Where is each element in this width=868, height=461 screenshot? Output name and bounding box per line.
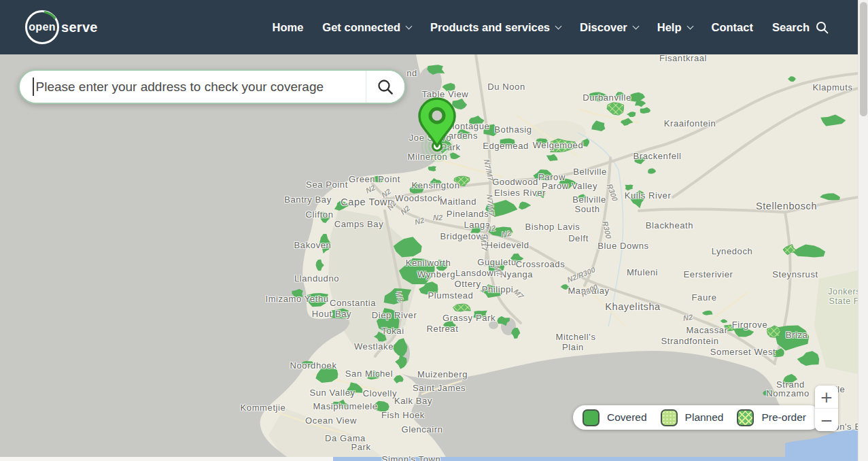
- text-caret: [33, 78, 34, 96]
- legend-swatch-covered-icon: [583, 409, 600, 426]
- legend-item-pre-order: Pre-order: [737, 409, 805, 426]
- logo-text-open: open: [24, 10, 60, 45]
- nav-search-button[interactable]: Search: [772, 21, 829, 34]
- nav-item-label: Discover: [580, 21, 627, 34]
- search-placeholder-text: Please enter your address to check your …: [36, 80, 324, 95]
- openserve-coverage-page: open serve HomeGet connectedProducts and…: [0, 0, 868, 461]
- legend-item-covered: Covered: [583, 409, 647, 426]
- legend-label: Pre-order: [761, 411, 805, 424]
- openserve-logo-circle-icon: open: [24, 10, 60, 45]
- tile-edge-strip: [0, 457, 333, 461]
- map-zoom-control: + −: [815, 386, 838, 431]
- nav-item-contact[interactable]: Contact: [712, 21, 753, 34]
- nav-item-get-connected[interactable]: Get connected: [322, 21, 411, 34]
- top-navbar: open serve HomeGet connectedProducts and…: [0, 0, 868, 54]
- nav-search-label: Search: [772, 21, 810, 34]
- coverage-area-covered: [500, 139, 515, 147]
- legend-swatch-planned-icon: [661, 409, 678, 426]
- page-scrollbar[interactable]: [858, 0, 868, 461]
- legend-item-planned: Planned: [661, 409, 724, 426]
- nav-item-label: Get connected: [322, 21, 400, 34]
- nav-item-label: Contact: [712, 21, 753, 34]
- search-icon: [816, 21, 829, 34]
- nav-item-help[interactable]: Help: [657, 21, 693, 34]
- tile-edge-water-strip: [333, 457, 858, 461]
- nav-item-home[interactable]: Home: [273, 21, 304, 34]
- nav-menu: HomeGet connectedProducts and servicesDi…: [273, 21, 753, 34]
- nav-item-label: Help: [657, 21, 682, 34]
- chevron-down-icon: [687, 22, 693, 29]
- address-search-input[interactable]: Please enter your address to check your …: [20, 71, 366, 103]
- nav-item-label: Products and services: [430, 21, 550, 34]
- legend-label: Planned: [685, 411, 724, 424]
- chevron-down-icon: [406, 22, 413, 29]
- legend-label: Covered: [607, 411, 647, 424]
- nav-item-label: Home: [273, 21, 304, 34]
- nav-item-products-and-services[interactable]: Products and services: [430, 21, 561, 34]
- coverage-legend: CoveredPlannedPre-order: [573, 405, 821, 430]
- zoom-in-button[interactable]: +: [815, 386, 838, 408]
- coverage-map[interactable]: FisantkraalKlapmutsndDu NoonTable ViewDu…: [0, 54, 858, 461]
- address-search-bar: Please enter your address to check your …: [18, 69, 406, 104]
- rondevlei-lake: [489, 321, 498, 329]
- openserve-logo[interactable]: open serve: [24, 10, 98, 45]
- logo-text-serve: serve: [61, 20, 98, 35]
- legend-swatch-pre-order-icon: [737, 409, 754, 426]
- coverage-area-preorder: [453, 304, 470, 311]
- search-icon: [377, 78, 394, 96]
- chevron-down-icon: [555, 22, 562, 29]
- nav-item-discover[interactable]: Discover: [580, 21, 638, 34]
- zoom-out-button[interactable]: −: [815, 409, 838, 431]
- map-base-layer: [0, 54, 858, 461]
- chevron-down-icon: [632, 22, 639, 29]
- scrollbar-thumb[interactable]: [860, 2, 867, 116]
- coverage-area-covered: [473, 311, 487, 318]
- address-search-submit-button[interactable]: [366, 71, 404, 103]
